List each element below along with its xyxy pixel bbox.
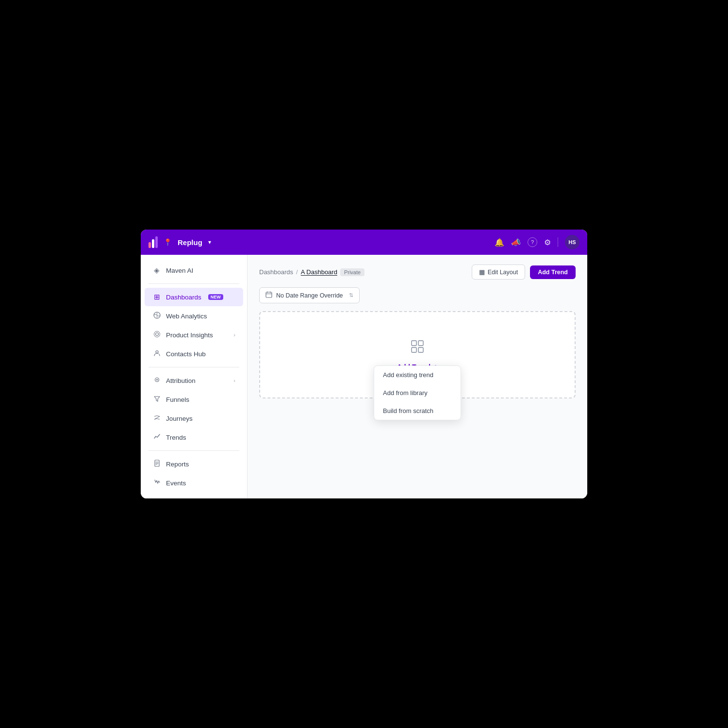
sidebar-label-reports: Reports: [166, 461, 189, 468]
content-area: Dashboards / A Dashboard Private ▦ Edit …: [248, 255, 587, 498]
svg-rect-11: [418, 347, 423, 352]
sidebar-item-maven-ai[interactable]: ◈ Maven AI: [145, 261, 243, 280]
sidebar-separator-3: [149, 450, 239, 451]
sidebar-label-web-analytics: Web Analytics: [166, 313, 207, 320]
contacts-hub-icon: [152, 349, 161, 358]
sidebar-label-maven-ai: Maven AI: [166, 267, 193, 274]
nav-left: 📍 Replug ▾: [149, 236, 211, 248]
sidebar-item-trends[interactable]: Trends: [145, 428, 243, 447]
sidebar-item-attribution[interactable]: Attribution ›: [145, 371, 243, 390]
product-insights-icon: [152, 331, 161, 339]
help-icon[interactable]: ?: [528, 237, 537, 247]
logo-icon: [149, 236, 158, 248]
svg-rect-7: [266, 292, 272, 298]
add-trend-button[interactable]: Add Trend: [530, 265, 576, 279]
new-badge: NEW: [208, 294, 223, 300]
app-window: 📍 Replug ▾ 🔔 📣 ? ⚙ HS ◈ Maven AI: [141, 230, 587, 498]
svg-rect-8: [412, 341, 416, 346]
sidebar-item-events[interactable]: Events: [145, 474, 243, 492]
location-icon: 📍: [164, 238, 172, 246]
attribution-chevron: ›: [233, 378, 235, 383]
calendar-icon: [265, 291, 272, 299]
edit-layout-label: Edit Layout: [488, 269, 518, 276]
sidebar-label-dashboards: Dashboards: [166, 294, 201, 301]
sidebar-label-contacts-hub: Contacts Hub: [166, 350, 206, 358]
content-header: Dashboards / A Dashboard Private ▦ Edit …: [259, 265, 576, 280]
sidebar-item-product-insights[interactable]: Product Insights ›: [145, 326, 243, 344]
dropdown-item-scratch[interactable]: Build from scratch: [374, 402, 461, 420]
events-icon: [152, 479, 161, 487]
svg-rect-10: [412, 347, 416, 352]
nav-dropdown-chevron[interactable]: ▾: [208, 239, 211, 246]
dropdown-item-existing[interactable]: Add existing trend: [374, 366, 461, 384]
top-nav: 📍 Replug ▾ 🔔 📣 ? ⚙ HS: [141, 230, 587, 255]
main-layout: ◈ Maven AI ⊞ Dashboards NEW W: [141, 255, 587, 498]
svg-point-5: [156, 379, 158, 381]
sidebar-label-events: Events: [166, 480, 186, 487]
nav-divider: [558, 237, 558, 247]
svg-point-3: [156, 351, 158, 353]
sidebar-item-contacts-hub[interactable]: Contacts Hub: [145, 345, 243, 363]
dashboards-icon: ⊞: [152, 293, 161, 301]
date-filter-label: No Date Range Override: [276, 292, 343, 299]
dropdown-item-library[interactable]: Add from library: [374, 384, 461, 402]
sidebar-item-journeys[interactable]: Journeys: [145, 409, 243, 428]
sidebar-item-web-analytics[interactable]: Web Analytics: [145, 307, 243, 325]
attribution-icon: [152, 376, 161, 385]
bell-icon[interactable]: 🔔: [495, 238, 504, 247]
web-analytics-icon: [152, 312, 161, 320]
private-badge: Private: [340, 268, 364, 276]
journeys-icon: [152, 414, 161, 423]
brand-name: Replug: [178, 238, 202, 247]
trends-icon: [152, 433, 161, 442]
sidebar: ◈ Maven AI ⊞ Dashboards NEW W: [141, 255, 248, 498]
svg-rect-9: [418, 341, 423, 346]
sidebar-label-attribution: Attribution: [166, 377, 196, 384]
sidebar-label-product-insights: Product Insights: [166, 331, 213, 339]
header-actions: ▦ Edit Layout Add Trend: [472, 265, 576, 280]
sidebar-label-journeys: Journeys: [166, 415, 193, 422]
sidebar-separator-2: [149, 367, 239, 367]
dashboard-empty-icon: [410, 339, 425, 357]
breadcrumb-parent[interactable]: Dashboards: [259, 268, 293, 276]
sidebar-label-funnels: Funnels: [166, 396, 189, 403]
settings-icon[interactable]: ⚙: [544, 238, 551, 247]
funnels-icon: [152, 395, 161, 404]
sidebar-item-funnels[interactable]: Funnels: [145, 390, 243, 409]
breadcrumb-separator: /: [296, 268, 298, 276]
svg-point-2: [154, 331, 160, 337]
edit-layout-button[interactable]: ▦ Edit Layout: [472, 265, 526, 280]
edit-layout-icon: ▦: [479, 268, 485, 276]
sidebar-label-trends: Trends: [166, 434, 186, 441]
product-insights-chevron: ›: [233, 332, 235, 338]
megaphone-icon[interactable]: 📣: [511, 238, 521, 247]
nav-right: 🔔 📣 ? ⚙ HS: [495, 235, 579, 249]
dashboard-empty-area: Add Trend ∧ Add existing trend Add from …: [259, 311, 576, 398]
reports-icon: [152, 460, 161, 468]
breadcrumb-current: A Dashboard: [301, 268, 337, 276]
add-trend-dropdown: Add existing trend Add from library Buil…: [374, 365, 461, 420]
sidebar-separator-1: [149, 283, 239, 284]
date-filter[interactable]: No Date Range Override ⇅: [259, 287, 360, 303]
svg-point-1: [155, 333, 158, 336]
sidebar-item-reports[interactable]: Reports: [145, 455, 243, 473]
breadcrumb: Dashboards / A Dashboard Private: [259, 268, 364, 276]
sidebar-item-dashboards[interactable]: ⊞ Dashboards NEW: [145, 288, 243, 306]
date-filter-chevron: ⇅: [349, 292, 353, 298]
maven-ai-icon: ◈: [152, 266, 161, 275]
user-avatar[interactable]: HS: [565, 235, 579, 249]
